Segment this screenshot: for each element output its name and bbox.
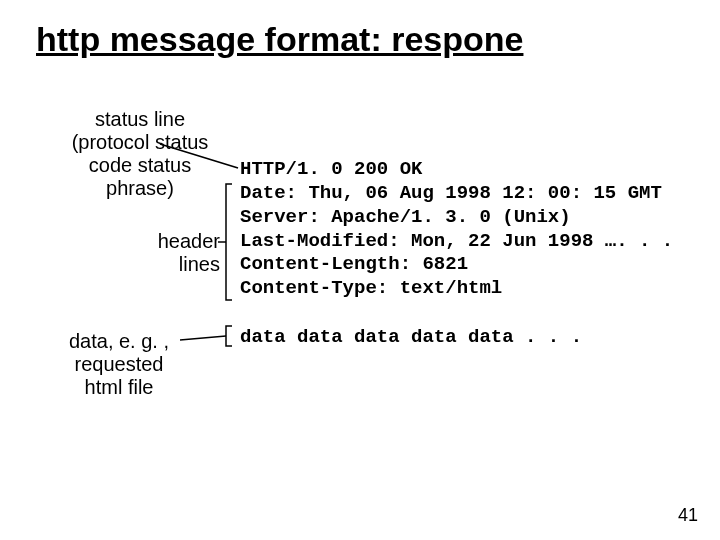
label-data: data, e. g. , requested html file	[54, 330, 184, 399]
response-data-line: data data data data data . . .	[240, 326, 582, 350]
slide-title: http message format: respone	[36, 20, 523, 59]
label-status-line: status line (protocol status code status…	[60, 108, 220, 200]
slide: http message format: respone status line…	[0, 0, 720, 540]
response-status-line: HTTP/1. 0 200 OK	[240, 158, 422, 182]
page-number: 41	[678, 505, 698, 526]
label-header-lines: header lines	[140, 230, 220, 276]
svg-line-2	[180, 336, 226, 340]
response-header-lines: Date: Thu, 06 Aug 1998 12: 00: 15 GMT Se…	[240, 182, 673, 301]
